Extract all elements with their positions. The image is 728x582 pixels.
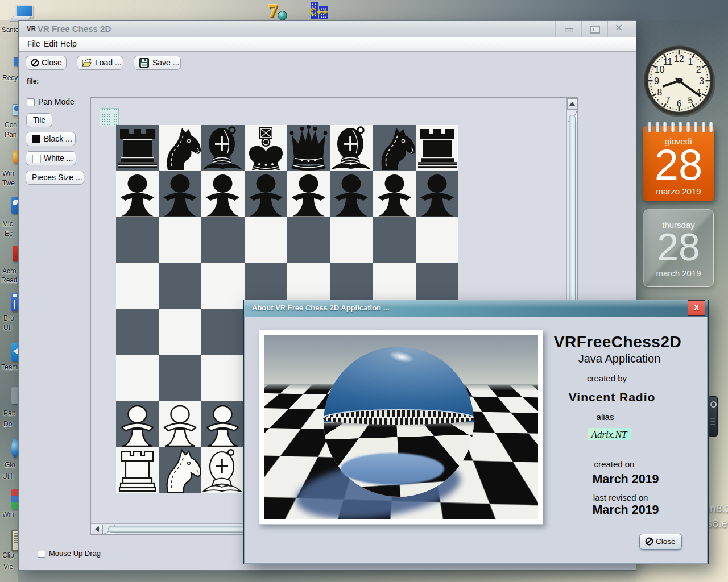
svg-text:3: 3 xyxy=(699,76,704,86)
svg-text:12: 12 xyxy=(674,53,684,64)
svg-text:5: 5 xyxy=(688,95,693,106)
svg-text:1: 1 xyxy=(688,56,693,66)
svg-text:2: 2 xyxy=(696,64,701,75)
svg-text:9: 9 xyxy=(654,76,659,86)
svg-text:8: 8 xyxy=(657,86,662,97)
svg-text:7: 7 xyxy=(665,95,671,106)
svg-text:6: 6 xyxy=(677,98,682,109)
svg-text:11: 11 xyxy=(663,56,672,66)
